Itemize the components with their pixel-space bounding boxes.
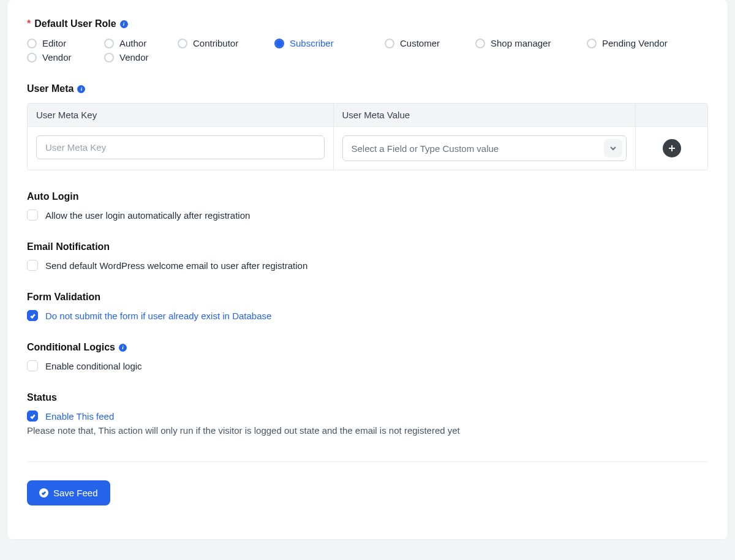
role-radio-author[interactable]: Author — [104, 38, 178, 48]
add-user-meta-button[interactable] — [663, 139, 681, 157]
radio-icon — [385, 39, 394, 48]
role-radio-vendor[interactable]: Vendor — [27, 52, 104, 62]
radio-icon — [178, 39, 187, 48]
required-star: * — [27, 18, 31, 29]
info-icon[interactable]: i — [119, 344, 127, 352]
conditional-logic-checkbox[interactable]: Enable conditional logic — [27, 360, 708, 371]
chevron-down-icon[interactable] — [604, 139, 622, 157]
status-enable-checkbox[interactable]: Enable This feed — [27, 411, 708, 422]
radio-label: Shop manager — [491, 38, 551, 48]
radio-label: Author — [119, 38, 146, 48]
info-icon[interactable]: i — [120, 20, 128, 28]
user-meta-value-header: User Meta Value — [334, 104, 636, 126]
radio-icon — [104, 53, 114, 62]
role-radio-editor[interactable]: Editor — [27, 38, 104, 48]
radio-icon — [27, 39, 37, 48]
radio-label: Vendor — [119, 52, 149, 62]
role-radio-pending_vendor[interactable]: Pending Vendor — [587, 38, 685, 48]
status-heading: Status — [27, 392, 708, 403]
auto-login-checkbox[interactable]: Allow the user login automatically after… — [27, 210, 708, 221]
check-circle-icon — [39, 488, 48, 498]
user-meta-key-input[interactable] — [36, 135, 325, 159]
user-meta-key-header: User Meta Key — [28, 104, 334, 126]
info-icon[interactable]: i — [77, 85, 85, 93]
role-radio-contributor[interactable]: Contributor — [178, 38, 274, 48]
radio-icon — [274, 39, 284, 48]
role-radio-vendor2[interactable]: Vendor — [104, 52, 178, 62]
radio-icon — [475, 39, 485, 48]
role-radio-shop_manager[interactable]: Shop manager — [475, 38, 587, 48]
divider — [27, 461, 708, 462]
user-meta-table: User Meta Key User Meta Value Select a F… — [27, 103, 708, 170]
form-validation-heading: Form Validation — [27, 292, 708, 303]
user-meta-value-select[interactable]: Select a Field or Type Custom value — [342, 135, 627, 161]
radio-label: Customer — [400, 38, 440, 48]
default-user-role-heading: * Default User Role i — [27, 18, 708, 29]
email-notification-checkbox[interactable]: Send default WordPress welcome email to … — [27, 260, 708, 271]
radio-label: Contributor — [193, 38, 238, 48]
radio-label: Pending Vendor — [602, 38, 668, 48]
form-validation-checkbox[interactable]: Do not submit the form if user already e… — [27, 310, 708, 321]
conditional-logics-heading: Conditional Logics i — [27, 342, 708, 353]
radio-icon — [27, 53, 37, 62]
radio-label: Editor — [42, 38, 66, 48]
role-radio-customer[interactable]: Customer — [385, 38, 475, 48]
auto-login-heading: Auto Login — [27, 191, 708, 202]
status-note: Please note that, This action will only … — [27, 425, 708, 436]
radio-icon — [587, 39, 597, 48]
role-radio-subscriber[interactable]: Subscriber — [274, 38, 385, 48]
user-meta-heading: User Meta i — [27, 83, 708, 94]
email-notification-heading: Email Notification — [27, 241, 708, 252]
radio-icon — [104, 39, 114, 48]
radio-label: Subscriber — [290, 38, 334, 48]
save-feed-button[interactable]: Save Feed — [27, 480, 110, 505]
radio-label: Vendor — [42, 52, 72, 62]
